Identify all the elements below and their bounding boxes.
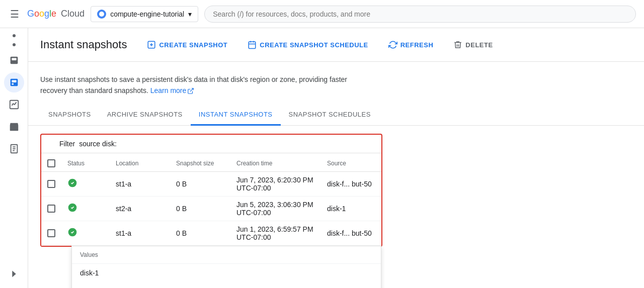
- filter-label: Filter: [59, 140, 75, 148]
- table-body: st1-a 0 B Jun 7, 2023, 6:20:30 PM UTC-07…: [41, 171, 381, 245]
- svg-rect-13: [249, 42, 256, 49]
- refresh-button[interactable]: REFRESH: [380, 36, 442, 53]
- create-schedule-label: CREATE SNAPSHOT SCHEDULE: [260, 41, 368, 49]
- create-snapshot-icon: [147, 40, 156, 49]
- sidebar-item-metrics[interactable]: [4, 94, 24, 115]
- row-1-checkbox[interactable]: [47, 180, 55, 188]
- sidebar-dot-2: [13, 43, 16, 46]
- page-title: Instant snapshots: [40, 38, 127, 51]
- filter-funnel-icon: [47, 139, 55, 147]
- hamburger-menu-button[interactable]: ☰: [8, 6, 21, 22]
- header-actions: CREATE SNAPSHOT CREATE SNAPSHOT SCHEDULE: [139, 36, 501, 53]
- sidebar-item-marketplace[interactable]: [4, 117, 24, 137]
- project-name: compute-engine-tutorial: [110, 10, 184, 18]
- sidebar-item-disk[interactable]: [4, 50, 24, 70]
- header-size: Snapshot size: [170, 153, 230, 172]
- row-2-source: disk-1: [321, 196, 381, 221]
- row-1-status: [61, 171, 110, 196]
- learn-more-text: Learn more: [150, 85, 187, 96]
- dropdown-item-disk-1[interactable]: disk-1: [72, 264, 381, 282]
- filter-input[interactable]: [79, 140, 375, 148]
- calendar-icon: [248, 40, 257, 49]
- filter-container: Filter Status: [40, 134, 382, 247]
- sidebar-item-expand[interactable]: [4, 264, 24, 284]
- row-1-source: disk-f... but-50: [321, 171, 381, 196]
- svg-rect-1: [12, 58, 16, 60]
- row-2-checkbox[interactable]: [47, 205, 55, 213]
- filter-row: Filter: [41, 135, 381, 153]
- dropdown-header: Values: [72, 246, 381, 264]
- row-1-time: Jun 7, 2023, 6:20:30 PM UTC-07:00: [230, 171, 321, 196]
- sidebar-item-snapshot[interactable]: [4, 72, 24, 92]
- tab-instant-snapshots[interactable]: INSTANT SNAPSHOTS: [191, 105, 281, 126]
- row-2-status: [61, 196, 110, 221]
- row-3-status: [61, 221, 110, 245]
- header-checkbox-col: [41, 153, 61, 172]
- header-source: Source: [321, 153, 381, 172]
- page-description: Use instant snapshots to save a persiste…: [28, 62, 380, 105]
- row-2-location: st2-a: [110, 196, 170, 221]
- content-area: Instant snapshots CREATE SNAPSHOT: [28, 28, 644, 288]
- sidebar: [0, 28, 28, 288]
- project-selector[interactable]: compute-engine-tutorial ▾: [91, 6, 198, 22]
- search-input[interactable]: [204, 6, 636, 23]
- row-1-location: st1-a: [110, 171, 170, 196]
- header-creation-time: Creation time: [230, 153, 321, 172]
- create-snapshot-button[interactable]: CREATE SNAPSHOT: [139, 36, 235, 53]
- table-row: st2-a 0 B Jun 5, 2023, 3:06:30 PM UTC-07…: [41, 196, 381, 221]
- table-area: Filter Status: [28, 126, 644, 255]
- svg-rect-3: [12, 80, 16, 82]
- sidebar-dot-1: [13, 34, 16, 37]
- tab-snapshots[interactable]: SNAPSHOTS: [40, 105, 99, 126]
- google-cloud-logo: Google Cloud: [27, 9, 85, 19]
- row-2-size: 0 B: [170, 196, 230, 221]
- table-header: Status Location Snapshot size Creation t…: [41, 153, 381, 172]
- tabs-bar: SNAPSHOTS ARCHIVE SNAPSHOTS INSTANT SNAP…: [28, 105, 644, 126]
- svg-rect-4: [12, 83, 14, 85]
- row-3-location: st1-a: [110, 221, 170, 245]
- snapshot-table: Status Location Snapshot size Creation t…: [41, 153, 381, 246]
- header-location: Location: [110, 153, 170, 172]
- create-snapshot-label: CREATE SNAPSHOT: [159, 41, 227, 49]
- page-header: Instant snapshots CREATE SNAPSHOT: [28, 28, 644, 62]
- status-success-icon: [67, 203, 77, 213]
- dropdown-arrow-icon: ▾: [188, 10, 192, 18]
- row-2-time: Jun 5, 2023, 3:06:30 PM UTC-07:00: [230, 196, 321, 221]
- row-checkbox-cell: [41, 221, 61, 245]
- row-3-source: disk-f... but-50: [321, 221, 381, 245]
- main-layout: Instant snapshots CREATE SNAPSHOT: [0, 28, 644, 288]
- row-3-checkbox[interactable]: [47, 229, 55, 237]
- refresh-icon: [388, 40, 397, 49]
- project-icon: [97, 10, 106, 19]
- top-navigation: ☰ Google Cloud compute-engine-tutorial ▾: [0, 0, 644, 28]
- tab-archive-snapshots[interactable]: ARCHIVE SNAPSHOTS: [99, 105, 191, 126]
- tab-snapshot-schedules[interactable]: SNAPSHOT SCHEDULES: [281, 105, 379, 126]
- filter-icon: [47, 139, 55, 149]
- filter-dropdown: Values disk-1 disk-2-from-snap-no-pm dis…: [71, 246, 381, 288]
- refresh-label: REFRESH: [400, 41, 434, 49]
- delete-button[interactable]: DELETE: [445, 36, 501, 53]
- row-3-time: Jun 1, 2023, 6:59:57 PM UTC-07:00: [230, 221, 321, 245]
- delete-label: DELETE: [465, 41, 493, 49]
- select-all-checkbox[interactable]: [47, 159, 55, 167]
- delete-icon: [453, 40, 462, 49]
- row-1-size: 0 B: [170, 171, 230, 196]
- status-success-icon: [67, 227, 77, 237]
- row-checkbox-cell: [41, 196, 61, 221]
- learn-more-link[interactable]: Learn more: [150, 85, 195, 96]
- dropdown-item-disk-2-no-pm[interactable]: disk-2-from-snap-no-pm: [72, 282, 381, 288]
- status-success-icon: [67, 178, 77, 188]
- row-checkbox-cell: [41, 171, 61, 196]
- create-snapshot-schedule-button[interactable]: CREATE SNAPSHOT SCHEDULE: [239, 36, 376, 53]
- table-row: st1-a 0 B Jun 1, 2023, 6:59:57 PM UTC-07…: [41, 221, 381, 245]
- sidebar-item-docs[interactable]: [4, 139, 24, 159]
- row-3-size: 0 B: [170, 221, 230, 245]
- table-row: st1-a 0 B Jun 7, 2023, 6:20:30 PM UTC-07…: [41, 171, 381, 196]
- svg-line-17: [190, 88, 193, 91]
- external-link-icon: [187, 87, 194, 94]
- table-scroll-area: Status Location Snapshot size Creation t…: [41, 153, 381, 246]
- header-status: Status: [61, 153, 110, 172]
